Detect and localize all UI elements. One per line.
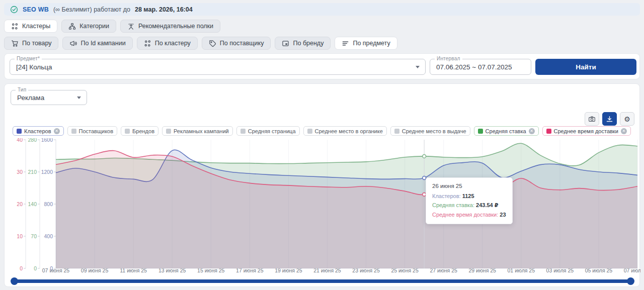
- subtab-by-supplier[interactable]: По поставщику: [202, 37, 271, 50]
- series-color-swatch: [478, 129, 483, 134]
- hover-point-avg-bid: [423, 155, 426, 158]
- megaphone-icon: [69, 40, 77, 47]
- interval-input-label: Интервал: [435, 56, 462, 61]
- y-axis-tick-label: 1600: [41, 138, 53, 143]
- y-axis-tick-label: 210: [28, 169, 37, 175]
- filter-panel: Предмет* [24] Кольца Интервал 07.06.2025…: [4, 53, 640, 79]
- legend-chip-label: Брендов: [132, 128, 154, 134]
- category-icon: [68, 23, 76, 30]
- chevron-down-icon: [77, 96, 81, 99]
- type-select-value: Реклама: [17, 94, 44, 102]
- y-axis-tick-label: 280: [28, 138, 37, 143]
- shelf-icon: [127, 23, 135, 30]
- subtab-by-subject[interactable]: По предмету: [335, 37, 397, 50]
- main-tabs: Кластеры Категории Рекомендательные полк…: [4, 20, 220, 33]
- tooltip-row: Среднее время доставки: 23: [432, 210, 506, 220]
- subtab-by-product[interactable]: По товару: [4, 37, 58, 50]
- tab-label: Рекомендательные полки: [138, 23, 213, 30]
- chart-tooltip: 26 июня 25 Кластеров: 1125Средняя ставка…: [426, 177, 513, 224]
- legend-chip-3[interactable]: Рекламных кампаний: [162, 126, 233, 136]
- series-color-swatch: [546, 129, 551, 134]
- subject-select-value: [24] Кольца: [16, 63, 52, 71]
- tab-categories[interactable]: Категории: [61, 20, 116, 33]
- subtab-by-brand[interactable]: По бренду: [275, 37, 331, 50]
- tab-clusters[interactable]: Кластеры: [4, 20, 57, 33]
- sub-tabs: По товару По Id кампании По кластеру По …: [4, 37, 397, 50]
- y-axis-tick-label: 70: [31, 233, 37, 239]
- subtab-by-cluster[interactable]: По кластеру: [137, 37, 198, 50]
- check-circle-icon: [10, 6, 18, 14]
- chip-close-icon[interactable]: ✕: [621, 128, 627, 134]
- legend-chip-0[interactable]: Кластеров✕: [13, 126, 64, 136]
- download-button[interactable]: [602, 112, 617, 126]
- subtab-by-campaign-id[interactable]: По Id кампании: [62, 37, 132, 50]
- y-axis-tick-label: 20: [17, 201, 23, 207]
- cluster-icon: [144, 40, 151, 47]
- legend-chip-6[interactable]: Среднее место в выдаче: [390, 126, 470, 136]
- y-axis-tick-label: 0: [34, 265, 37, 271]
- legend-chip-1[interactable]: Поставщиков: [67, 126, 118, 136]
- type-select-label: Тип: [16, 87, 28, 92]
- legend-chip-label: Среднее место в выдаче: [402, 128, 466, 134]
- camera-icon: [588, 115, 596, 123]
- chip-close-icon[interactable]: ✕: [54, 128, 60, 134]
- legend-chip-label: Кластеров: [24, 128, 51, 134]
- tab-label: Категории: [79, 23, 109, 30]
- cluster-icon: [11, 23, 19, 30]
- subject-select-label: Предмет*: [15, 56, 42, 61]
- slider-handle-right[interactable]: [627, 277, 634, 285]
- series-color-swatch: [166, 129, 171, 134]
- chart-toolbar: ⚙: [585, 112, 634, 126]
- legend-chip-label: Средняя ставка: [486, 128, 526, 134]
- plan-deadline: 28 мар. 2026, 16:04: [135, 6, 193, 13]
- legend-chip-label: Средняя страница: [248, 128, 296, 134]
- y-axis-tick-label: 400: [44, 233, 53, 239]
- tab-label: По предмету: [353, 40, 390, 47]
- screenshot-button[interactable]: [585, 112, 599, 126]
- legend-chip-label: Поставщиков: [79, 128, 114, 134]
- chart-plot-area[interactable]: 07 июня 2509 июня 2511 июня 2513 июня 25…: [5, 138, 640, 275]
- tooltip-row: Кластеров: 1125: [432, 191, 506, 201]
- subject-select[interactable]: Предмет* [24] Кольца: [10, 59, 426, 75]
- y-axis-tick-label: 1200: [41, 169, 53, 175]
- series-color-swatch: [71, 129, 76, 134]
- chart-panel: Тип Реклама ⚙ Кластеров✕ПоставщиковБренд…: [4, 83, 640, 287]
- tab-recommendation-shelves[interactable]: Рекомендательные полки: [120, 20, 220, 33]
- y-axis-tick-label: 0: [50, 265, 53, 271]
- y-axis-tick-label: 10: [17, 233, 23, 239]
- plan-text: (∞ Безлимит) работают до: [53, 6, 130, 13]
- chevron-down-icon: [416, 66, 420, 68]
- legend-chip-2[interactable]: Брендов: [121, 126, 158, 136]
- settings-button[interactable]: ⚙: [620, 112, 634, 126]
- legend-chip-8[interactable]: Среднее время доставки✕: [542, 126, 631, 136]
- legend-chip-label: Среднее место в органике: [315, 128, 383, 134]
- tag-icon: [209, 40, 216, 47]
- slider-selected-range[interactable]: [15, 279, 630, 283]
- chip-close-icon[interactable]: ✕: [529, 128, 535, 134]
- legend-chip-label: Рекламных кампаний: [174, 128, 229, 134]
- interval-input-value: 07.06.2025 ~ 07.07.2025: [436, 63, 512, 71]
- cart-icon: [11, 40, 19, 47]
- date-range-slider[interactable]: [13, 277, 632, 285]
- type-select[interactable]: Тип Реклама: [11, 90, 87, 105]
- search-button[interactable]: Найти: [535, 59, 636, 75]
- y-axis-tick-label: 140: [28, 201, 37, 207]
- tab-label: По товару: [22, 40, 51, 47]
- slider-handle-left[interactable]: [11, 277, 18, 285]
- tab-label: Кластеры: [22, 23, 50, 30]
- list-icon: [342, 40, 349, 47]
- tooltip-row: Средняя ставка: 243.54 ₽: [432, 201, 506, 210]
- series-legend: Кластеров✕ПоставщиковБрендовРекламных ка…: [13, 126, 631, 136]
- series-color-swatch: [394, 129, 399, 134]
- legend-chip-7[interactable]: Средняя ставка✕: [474, 126, 539, 136]
- y-axis-tick-label: 30: [17, 169, 23, 175]
- legend-chip-4[interactable]: Средняя страница: [236, 126, 300, 136]
- gear-icon: ⚙: [624, 116, 630, 123]
- interval-input[interactable]: Интервал 07.06.2025 ~ 07.07.2025: [430, 59, 531, 75]
- tab-label: По поставщику: [220, 40, 264, 47]
- legend-chip-5[interactable]: Среднее место в органике: [303, 126, 387, 136]
- image-icon: [282, 40, 289, 47]
- app-title: SEO WB: [23, 6, 49, 13]
- download-icon: [606, 115, 613, 123]
- tooltip-date: 26 июня 25: [432, 181, 506, 191]
